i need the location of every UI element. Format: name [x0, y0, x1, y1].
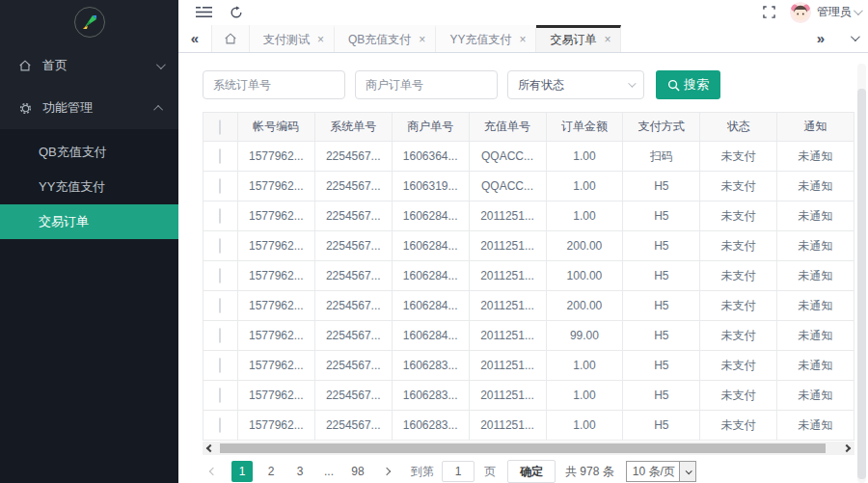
rocket-logo-icon[interactable] — [74, 7, 105, 38]
close-tab-icon[interactable]: × — [419, 33, 425, 46]
cell-支付方式: H5 — [623, 231, 700, 261]
next-page-button[interactable] — [376, 461, 397, 482]
search-button[interactable]: 搜索 — [656, 70, 720, 99]
home-tab[interactable] — [211, 25, 250, 52]
page-button-1[interactable]: 1 — [231, 461, 253, 482]
column-header-商户单号: 商户单号 — [392, 113, 469, 142]
user-menu-chevron-icon[interactable] — [854, 6, 863, 15]
cell-订单金额: 100.00 — [546, 261, 623, 291]
row-checkbox[interactable] — [219, 298, 221, 313]
cell-充值单号: 2011251... — [469, 261, 546, 291]
page-button-3[interactable]: 3 — [289, 461, 311, 482]
sidebar-subitem-YY充值支付[interactable]: YY充值支付 — [0, 170, 178, 204]
horizontal-scrollbar-thumb[interactable] — [220, 443, 826, 453]
cell-帐号编码: 1577962... — [237, 172, 314, 201]
cell-通知: 未通知 — [777, 201, 854, 231]
cell-状态: 未支付 — [700, 291, 777, 321]
page-ellipsis: ... — [318, 461, 339, 482]
status-select[interactable]: 所有状态 — [507, 70, 644, 99]
tab-YY充值支付[interactable]: YY充值支付× — [436, 25, 536, 52]
cell-帐号编码: 1577962... — [237, 351, 314, 381]
close-tab-icon[interactable]: × — [604, 33, 610, 46]
horizontal-scrollbar[interactable] — [203, 442, 854, 455]
tab-支付测试[interactable]: 支付测试× — [250, 25, 335, 52]
select-all-header — [203, 113, 238, 142]
row-checkbox[interactable] — [219, 148, 221, 164]
cell-充值单号: QQACC... — [469, 142, 546, 172]
cell-帐号编码: 1577962... — [237, 291, 314, 321]
row-checkbox[interactable] — [219, 178, 221, 194]
cell-充值单号: 2011251... — [469, 231, 546, 261]
row-checkbox[interactable] — [219, 208, 221, 224]
row-checkbox[interactable] — [219, 358, 221, 373]
column-header-充值单号: 充值单号 — [469, 113, 546, 142]
cell-通知: 未通知 — [777, 411, 854, 441]
cell-系统单号: 2254567... — [314, 172, 392, 201]
cell-系统单号: 2254567... — [314, 261, 392, 291]
table-row: 1577962...2254567...1606284...2011251...… — [203, 321, 854, 351]
scroll-left-icon[interactable] — [203, 445, 218, 451]
cell-支付方式: H5 — [623, 321, 700, 351]
cell-状态: 未支付 — [700, 172, 777, 201]
sidebar-item-label: 首页 — [42, 57, 156, 74]
tabs-scroll-right-icon[interactable]: » — [804, 25, 837, 52]
sidebar-item-home[interactable]: 首页 — [0, 44, 178, 87]
row-checkbox[interactable] — [219, 238, 221, 254]
cell-支付方式: H5 — [623, 381, 700, 411]
page-size-select[interactable]: 10 条/页 — [626, 461, 696, 482]
tab-QB充值支付[interactable]: QB充值支付× — [335, 25, 436, 52]
goto-page-input[interactable] — [442, 461, 475, 482]
cell-状态: 未支付 — [700, 351, 777, 381]
cell-系统单号: 2254567... — [314, 142, 392, 172]
table-row: 1577962...2254567...1606284...2011251...… — [203, 291, 854, 321]
cell-帐号编码: 1577962... — [237, 261, 314, 291]
cell-支付方式: H5 — [623, 291, 700, 321]
cell-系统单号: 2254567... — [314, 321, 392, 351]
page-button-98[interactable]: 98 — [347, 461, 368, 482]
cell-订单金额: 1.00 — [546, 142, 623, 172]
row-checkbox[interactable] — [219, 268, 221, 283]
collapse-sidebar-icon[interactable] — [192, 1, 215, 24]
row-checkbox[interactable] — [219, 388, 221, 403]
cell-通知: 未通知 — [777, 351, 854, 381]
cell-状态: 未支付 — [700, 231, 777, 261]
filter-row: 所有状态 搜索 — [203, 70, 854, 99]
tabs-menu-chevron-icon[interactable] — [837, 25, 868, 52]
sidebar-item-label: 功能管理 — [42, 99, 156, 117]
table-row: 1577962...2254567...1606364...QQACC...1.… — [203, 142, 854, 172]
username-label[interactable]: 管理员 — [817, 4, 852, 20]
close-tab-icon[interactable]: × — [317, 33, 324, 46]
merchant-order-input[interactable] — [355, 70, 498, 99]
table-row: 1577962...2254567...1606283...2011251...… — [203, 411, 854, 441]
select-all-checkbox[interactable] — [219, 120, 221, 135]
goto-confirm-button[interactable]: 确定 — [507, 460, 556, 483]
table-row: 1577962...2254567...1606283...2011251...… — [203, 381, 854, 411]
vertical-scrollbar[interactable] — [857, 64, 866, 483]
cell-商户单号: 1606283... — [392, 351, 469, 381]
cell-订单金额: 1.00 — [546, 411, 623, 441]
row-checkbox[interactable] — [219, 417, 221, 433]
prev-page-button[interactable] — [203, 461, 224, 482]
cell-支付方式: H5 — [623, 172, 700, 201]
row-checkbox[interactable] — [219, 328, 221, 343]
cell-商户单号: 1606284... — [392, 261, 469, 291]
close-tab-icon[interactable]: × — [519, 33, 526, 46]
sidebar-subitem-QB充值支付[interactable]: QB充值支付 — [0, 135, 178, 170]
sidebar-subitem-交易订单[interactable]: 交易订单 — [0, 204, 178, 239]
cell-系统单号: 2254567... — [314, 291, 392, 321]
cell-帐号编码: 1577962... — [237, 321, 314, 351]
user-avatar[interactable] — [790, 2, 811, 23]
cell-订单金额: 1.00 — [546, 172, 623, 201]
table-row: 1577962...2254567...1606284...2011251...… — [203, 261, 854, 291]
system-order-input[interactable] — [203, 70, 345, 99]
tab-交易订单[interactable]: 交易订单× — [536, 25, 621, 52]
cell-状态: 未支付 — [700, 381, 777, 411]
page-button-2[interactable]: 2 — [260, 461, 282, 482]
refresh-icon[interactable] — [225, 1, 248, 24]
scroll-right-icon[interactable] — [839, 445, 854, 451]
tabs-scroll-left-icon[interactable]: « — [178, 25, 211, 52]
fullscreen-icon[interactable] — [757, 1, 780, 24]
sidebar-item-function-management[interactable]: 功能管理 — [0, 87, 178, 129]
vertical-scrollbar-thumb[interactable] — [857, 89, 866, 479]
column-header-通知: 通知 — [777, 113, 854, 142]
